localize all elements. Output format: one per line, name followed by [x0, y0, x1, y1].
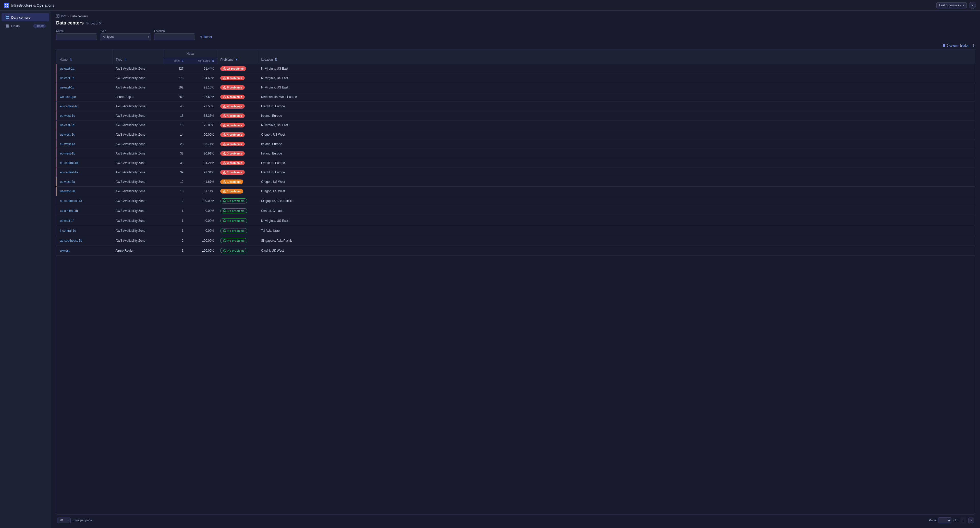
filter-location-input[interactable]: [154, 33, 195, 40]
cell-monitored: 0.00%: [186, 226, 217, 236]
col-subheader-total[interactable]: Total ⇅: [164, 58, 186, 64]
rows-per-page-label: rows per page: [73, 518, 92, 522]
row-name-link[interactable]: eu-central-1b: [60, 161, 78, 165]
cell-total: 2: [164, 196, 186, 206]
row-name-link[interactable]: eu-central-1c: [60, 105, 78, 108]
row-name-link[interactable]: ap-southeast-1b: [60, 239, 82, 243]
row-name-link[interactable]: westeurope: [60, 95, 76, 99]
column-hidden-button[interactable]: ☰ 1 column hidden: [943, 44, 969, 48]
time-selector[interactable]: Last 30 minutes ▾: [936, 2, 967, 8]
breadcrumb-separator: ›: [68, 14, 69, 18]
cell-monitored: 0.00%: [186, 206, 217, 216]
row-name-link[interactable]: eu-west-1c: [60, 114, 75, 117]
svg-rect-4: [6, 16, 7, 17]
status-badge: 1 problem: [220, 179, 243, 184]
filter-type-select[interactable]: All types AWS Availability Zone Azure Re…: [100, 33, 151, 40]
table-header-row: Name ⇅ Type ⇅ Hosts Problems: [56, 49, 975, 58]
page-of-label: of 3: [953, 518, 959, 522]
prev-page-button[interactable]: ‹: [961, 518, 966, 523]
cell-name: eu-central-1b: [56, 158, 113, 168]
col-header-type[interactable]: Type ⇅: [113, 49, 164, 64]
cell-problems[interactable]: 4 problems: [217, 102, 258, 111]
row-name-link[interactable]: ca-central-1b: [60, 209, 78, 212]
table-row: us-west-2aAWS Availability Zone1241.67% …: [56, 177, 975, 187]
col-header-problems[interactable]: Problems ▼: [217, 49, 258, 64]
row-name-link[interactable]: ap-southeast-1a: [60, 199, 82, 203]
cell-problems[interactable]: 1 problem: [217, 187, 258, 196]
filters-row: Name Type All types AWS Availability Zon…: [56, 29, 975, 40]
cell-name: us-west-2a: [56, 177, 113, 187]
cell-name: eu-west-1a: [56, 140, 113, 149]
row-name-link[interactable]: us-east-1f: [60, 219, 73, 223]
col-header-name[interactable]: Name ⇅: [56, 49, 113, 64]
row-name-link[interactable]: us-east-1d: [60, 124, 75, 127]
status-badge: No problems: [220, 248, 247, 253]
breadcrumb-root[interactable]: I&O: [61, 14, 66, 18]
time-selector-label: Last 30 minutes: [939, 3, 961, 7]
cell-problems[interactable]: 1 problem: [217, 177, 258, 187]
row-name-link[interactable]: us-east-1c: [60, 86, 74, 89]
status-badge: 4 problems: [220, 104, 245, 109]
svg-rect-12: [56, 14, 58, 16]
filter-location: Location: [154, 29, 195, 40]
next-page-button[interactable]: ›: [968, 518, 974, 523]
cell-location: Tel Aviv, Israel: [258, 226, 975, 236]
reset-button[interactable]: ↺ Reset: [198, 34, 214, 40]
col-subheader-monitored[interactable]: Monitored ⇅: [186, 58, 217, 64]
svg-point-51: [224, 173, 224, 173]
cell-name: us-east-1d: [56, 121, 113, 130]
table-row: us-east-1fAWS Availability Zone10.00% No…: [56, 216, 975, 226]
row-name-link[interactable]: eu-west-1b: [60, 152, 75, 155]
cell-problems[interactable]: No problems: [217, 206, 258, 216]
cell-total: 38: [164, 158, 186, 168]
cell-problems[interactable]: 5 problems: [217, 83, 258, 92]
row-name-link[interactable]: us-west-2a: [60, 180, 75, 184]
sidebar-item-data-centers[interactable]: Data centers: [2, 13, 49, 21]
cell-location: Singapore, Asia Pacific: [258, 236, 975, 246]
row-name-link[interactable]: ukwest: [60, 249, 69, 252]
cell-monitored: 75.00%: [186, 121, 217, 130]
status-badge: No problems: [220, 228, 247, 233]
row-name-link[interactable]: il-central-1c: [60, 229, 76, 233]
breadcrumb: I&O › Data centers: [56, 14, 975, 18]
cell-name: eu-west-1c: [56, 111, 113, 121]
filter-name-input[interactable]: [56, 33, 97, 40]
help-button[interactable]: ?: [969, 2, 976, 9]
col-header-hosts[interactable]: Hosts: [164, 49, 217, 58]
cell-problems[interactable]: 3 problems: [217, 158, 258, 168]
cell-location: Frankfurt, Europe: [258, 158, 975, 168]
cell-problems[interactable]: No problems: [217, 226, 258, 236]
cell-problems[interactable]: 3 problems: [217, 149, 258, 158]
cell-problems[interactable]: 4 problems: [217, 121, 258, 130]
content-inner: I&O › Data centers Data centers 54 out o…: [51, 11, 980, 528]
cell-type: AWS Availability Zone: [113, 73, 164, 83]
row-name-link[interactable]: eu-central-1a: [60, 171, 78, 174]
row-name-link[interactable]: eu-west-1a: [60, 142, 75, 146]
cell-problems[interactable]: 5 problems: [217, 92, 258, 102]
row-name-link[interactable]: us-west-2b: [60, 189, 75, 193]
cell-problems[interactable]: 27 problems: [217, 64, 258, 73]
cell-problems[interactable]: No problems: [217, 196, 258, 206]
export-button[interactable]: ⬇: [972, 44, 975, 48]
row-name-link[interactable]: us-east-1a: [60, 67, 75, 70]
cell-name: eu-west-1b: [56, 149, 113, 158]
cell-problems[interactable]: No problems: [217, 236, 258, 246]
cell-problems[interactable]: 8 problems: [217, 73, 258, 83]
cell-total: 28: [164, 140, 186, 149]
rows-per-page-select[interactable]: 20 50 100: [57, 518, 71, 523]
cell-problems[interactable]: 4 problems: [217, 130, 258, 140]
svg-point-54: [224, 182, 224, 183]
cell-problems[interactable]: No problems: [217, 246, 258, 256]
cell-problems[interactable]: 4 problems: [217, 111, 258, 121]
cell-total: 16: [164, 121, 186, 130]
page-select[interactable]: 1 2 3: [938, 517, 951, 523]
cell-problems[interactable]: 2 problems: [217, 168, 258, 177]
table-row: us-west-2cAWS Availability Zone1450.00% …: [56, 130, 975, 140]
row-name-link[interactable]: us-west-2c: [60, 133, 75, 136]
cell-type: AWS Availability Zone: [113, 130, 164, 140]
col-header-location[interactable]: Location ⇅: [258, 49, 975, 64]
sidebar-item-hosts[interactable]: Hosts 3 Hosts: [2, 22, 49, 30]
row-name-link[interactable]: us-east-1b: [60, 76, 75, 80]
cell-problems[interactable]: No problems: [217, 216, 258, 226]
cell-problems[interactable]: 4 problems: [217, 140, 258, 149]
